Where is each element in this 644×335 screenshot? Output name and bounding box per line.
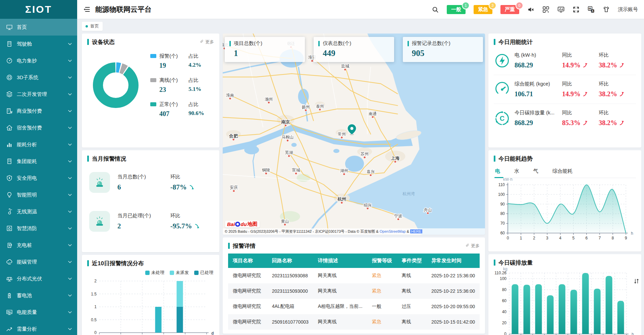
table-row[interactable]: 微电网研究院25091610770003网关离线紧急离线2025-10-15 0… — [228, 314, 480, 330]
search-icon[interactable] — [432, 6, 439, 13]
sidebar-item-17[interactable]: 蓄电池 — [0, 287, 77, 304]
table-cell: 2025-10-22 15:36:00 — [427, 283, 480, 299]
tab-电[interactable]: 电 — [494, 166, 501, 178]
app-logo: ΣIOT — [0, 0, 77, 19]
svg-text:4: 4 — [559, 236, 561, 240]
card-value: 1 — [234, 49, 300, 58]
yoy-value: 85.3% — [562, 119, 599, 127]
sidebar-item-5[interactable]: 二次开发管理 — [0, 86, 77, 103]
chevron-down-icon — [68, 311, 72, 314]
month-alarm-panel: 当月报警情况 当月总数(个)6环比-87%当月已处理(个)2环比-95.7% — [82, 150, 219, 252]
device-status-legend-item[interactable]: 离线(个)23占比5.1% — [150, 77, 214, 94]
here-link[interactable]: HERE — [410, 229, 423, 233]
map-city-label: 绍兴 — [364, 203, 372, 208]
sidebar-item-7[interactable]: 宿舍预付费 — [0, 119, 77, 136]
account-name[interactable]: 演示账号 — [618, 6, 638, 13]
table-cell: 微电网研究院 — [228, 283, 267, 299]
sidebar-item-1[interactable]: 首页 — [0, 19, 77, 36]
device-status-more-link[interactable]: 更多 — [200, 39, 214, 45]
trend-up-icon — [583, 92, 588, 97]
sidebar-item-16[interactable]: 分布式光伏 — [0, 270, 77, 287]
sidebar-item-label: 能耗分析 — [17, 142, 68, 148]
legend-item-未派发[interactable]: 未派发 — [170, 270, 189, 276]
carbon-bar-chart: 020406080100110.260123456789kgh — [494, 267, 636, 335]
alarm-detail-more-link[interactable]: 更多 — [465, 243, 480, 249]
alarm-distribution-panel: 近10日报警情况分布 未处理未派发已处理 00.511.5210.1510.17… — [82, 255, 219, 335]
top-header: 能源物联网云平台 一般1紧急3严重0 中A 演示账号 — [77, 0, 644, 19]
svg-text:1: 1 — [94, 304, 97, 309]
alarm-filter-badge: 1 — [462, 2, 470, 9]
svg-text:100: 100 — [500, 276, 506, 281]
sidebar-item-13[interactable]: 智慧消防 — [0, 220, 77, 237]
theme-shirt-icon[interactable] — [603, 6, 610, 13]
breadcrumb-tag-home[interactable]: 首页 — [82, 22, 103, 31]
cube-icon — [6, 74, 13, 81]
legend-item-未处理[interactable]: 未处理 — [145, 270, 164, 276]
svg-text:7: 7 — [598, 236, 601, 240]
chevron-down-icon — [68, 294, 72, 297]
month-alarm-row: 当月总数(个)6环比-87% — [87, 163, 214, 202]
demand-icon — [6, 326, 13, 332]
alarm-table-header: 项目名称 — [228, 254, 267, 268]
tab-水[interactable]: 水 — [514, 166, 520, 178]
legend-label: 未处理 — [151, 270, 164, 276]
energy-label: 综合能耗 (kgce) — [515, 81, 562, 87]
map-city-label: 杭州湾 — [402, 191, 415, 196]
sidebar-item-18[interactable]: 电能质量 — [0, 304, 77, 321]
svg-text:0.5: 0.5 — [91, 318, 97, 322]
osm-link[interactable]: OpenStreetMap — [380, 229, 406, 233]
table-row[interactable]: 微电网研究院4AL配电箱A相电压越限，当前...一般过压2025-10-20 0… — [228, 299, 480, 314]
sidebar-item-label: 分布式光伏 — [17, 276, 68, 282]
legend-value: 23 — [159, 86, 189, 94]
sidebar-item-11[interactable]: 智能照明 — [0, 186, 77, 203]
chart-toolbox-icon[interactable] — [634, 278, 639, 284]
sidebar-item-8[interactable]: 能耗分析 — [0, 136, 77, 153]
card-value: 905 — [412, 49, 478, 58]
sidebar-item-4[interactable]: 3D子系统 — [0, 69, 77, 86]
fullscreen-icon[interactable] — [573, 6, 580, 13]
page-title: 能源物联网云平台 — [95, 5, 152, 14]
sidebar-item-19[interactable]: 需量分析 — [0, 321, 77, 335]
table-row[interactable]: 微电网研究院20231115093088网关离线紧急离线2025-10-22 1… — [228, 268, 480, 283]
sidebar-item-12[interactable]: 无线测温 — [0, 203, 77, 220]
menu-toggle-icon[interactable] — [83, 6, 91, 13]
card-label: 仪表总数(个) — [323, 40, 351, 47]
svg-text:h: h — [631, 231, 633, 236]
sidebar-item-3[interactable]: 电力集抄 — [0, 52, 77, 69]
battery-icon — [6, 292, 13, 299]
sidebar-item-15[interactable]: 能碳管理 — [0, 254, 77, 270]
alarm-table-header: 报警等级 — [367, 254, 397, 268]
card-accent-bar — [229, 41, 231, 46]
sidebar-item-2[interactable]: 驾驶舱 — [0, 36, 77, 52]
month-alarm-label: 当月总数(个) — [117, 174, 170, 180]
language-icon[interactable]: 中A — [588, 6, 595, 13]
legend-swatch — [150, 102, 156, 106]
energy-stats-title: 今日用能统计 — [498, 38, 533, 46]
legend-item-已处理[interactable]: 已处理 — [194, 270, 213, 276]
alarm-filter-紧急[interactable]: 紧急3 — [474, 5, 492, 14]
sidebar-item-6[interactable]: 商业预付费 — [0, 103, 77, 119]
alarm-filter-一般[interactable]: 一般1 — [447, 5, 466, 14]
middle-column: 淮北宿迁淮安盐城淮南滁州扬州泰州南通南京合肥马鞍山常州芜湖苏州上海铜陵宣城湖州嘉… — [223, 34, 485, 332]
map-city-label: 合肥 — [229, 133, 238, 138]
alarm-filter-严重[interactable]: 严重0 — [500, 5, 519, 14]
legend-label: 正常(个) — [159, 101, 178, 108]
map-city-label: 淮南 — [226, 93, 234, 98]
svg-text:100: 100 — [498, 192, 505, 197]
device-status-legend-item[interactable]: 正常(个)407占比90.6% — [150, 101, 214, 118]
sidebar-item-label: 充电桩 — [17, 242, 68, 248]
sidebar-item-10[interactable]: 安全用电 — [0, 170, 77, 186]
apps-grid-icon[interactable] — [542, 6, 549, 13]
legend-label: 报警(个) — [159, 53, 178, 59]
tab-气[interactable]: 气 — [533, 166, 539, 178]
table-cell: 离线 — [397, 314, 427, 330]
table-row[interactable]: 微电网研究院20231115093000网关离线紧急离线2025-10-22 1… — [228, 283, 480, 299]
sidebar-item-9[interactable]: 集团能耗 — [0, 153, 77, 170]
device-status-legend-item[interactable]: 报警(个)19占比4.2% — [150, 53, 214, 69]
tab-综合能耗[interactable]: 综合能耗 — [552, 166, 573, 178]
dashboard-screen-icon[interactable] — [557, 6, 565, 13]
map-city-label: 苏州 — [361, 152, 369, 156]
sidebar-item-14[interactable]: 充电桩 — [0, 237, 77, 254]
mute-icon[interactable] — [527, 6, 534, 13]
baidu-map[interactable]: 淮北宿迁淮安盐城淮南滁州扬州泰州南通南京合肥马鞍山常州芜湖苏州上海铜陵宣城湖州嘉… — [223, 34, 485, 235]
